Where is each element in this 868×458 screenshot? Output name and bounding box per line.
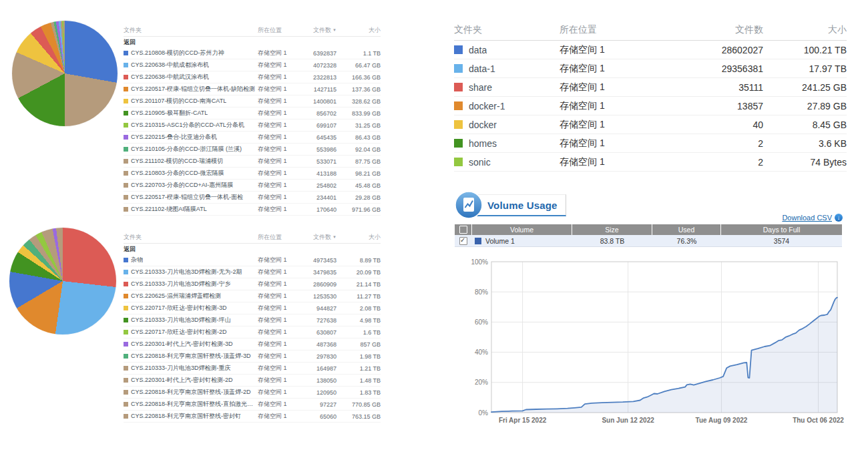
folder-name[interactable]: CYS.220301-时代上汽-密封钉检测-3D [131, 340, 233, 349]
folder-name[interactable]: CYS.220638-中航武汉涂布机 [131, 73, 209, 81]
folder-row[interactable]: CYS.201107-模切的CCD-南海CATL存储空间 11400801328… [124, 95, 381, 107]
select-all-checkbox[interactable] [455, 224, 472, 235]
legend-color-swatch [454, 101, 463, 110]
folder-row[interactable]: CYS.210333-刀片电池3D焊检测-重庆存储空间 11649871.21 … [124, 363, 381, 375]
folder-row[interactable]: CYS.210808-模切的CCD-苏州力神存储空间 163928371.1 T… [124, 47, 381, 59]
back-link[interactable]: 返回 [124, 244, 381, 254]
folder-name[interactable]: homes [469, 138, 497, 149]
folder-row[interactable]: CYS.220717-欣旺达-密封钉检测-2D存储空间 16308071.6 T… [124, 326, 381, 338]
folder-size: 166.36 GB [337, 74, 381, 81]
folder-name[interactable]: CYS.220625-温州瑞浦焊盖帽检测 [131, 292, 221, 300]
column-header-size[interactable]: 大小 [337, 233, 381, 242]
folder-name[interactable]: CYS.220818-利元亨南京国轩整线-密封钉 [131, 412, 241, 421]
folder-name-cell: data [454, 45, 560, 55]
folder-name[interactable]: CYS.220818-利元亨南京国轩整线-顶盖焊-3D [131, 352, 251, 361]
folder-name[interactable]: CYS.220301-时代上汽-密封钉检测-2D [131, 376, 233, 385]
download-csv-link[interactable]: Download CSV ↓ [782, 214, 843, 222]
folder-table-header: 文件夹 所在位置 文件数▼ 大小 [124, 24, 381, 37]
folder-name[interactable]: CYS.210333-刀片电池3D焊检测-坪山 [131, 316, 231, 324]
folder-row[interactable]: CYS.210803-分条的CCD-微宏隔膜存储空间 141318898.21 … [124, 168, 381, 180]
folder-name[interactable]: 杂物 [131, 256, 143, 264]
folder-row[interactable]: CYS.220638-中航成都涂布机存储空间 1407232866.47 GB [124, 59, 381, 71]
folder-row[interactable]: CYS.220517-楔康-辊组立切叠一体机-面检存储空间 123440129.… [124, 192, 381, 204]
folder-row[interactable]: CYS.220703-分条的CCD+AI-惠州隔膜存储空间 125480245.… [124, 180, 381, 192]
folder-row[interactable]: CYS.220717-欣旺达-密封钉检测-3D存储空间 19448272.08 … [124, 302, 381, 314]
folder-row[interactable]: homes存储空间 123.6 KB [454, 134, 847, 153]
folder-row[interactable]: CYS.220517-楔康-辊组立切叠一体机-缺陷检测存储空间 11427115… [124, 83, 381, 95]
folder-name[interactable]: CYS.210333-刀片电池3D焊检测-重庆 [131, 364, 231, 373]
folder-row[interactable]: CYS.210105-分条的CCD-浙江隔膜 (兰溪)存储空间 15539869… [124, 144, 381, 156]
column-header-count[interactable]: 文件数▼ [299, 233, 337, 242]
column-header-size[interactable]: 大小 [337, 26, 381, 35]
folder-name[interactable]: CYS.221102-绕图AI隔膜ATL [131, 205, 207, 214]
folder-row[interactable]: sonic存储空间 1274 Bytes [454, 153, 847, 172]
folder-row[interactable]: docker存储空间 1408.45 GB [454, 116, 847, 134]
folder-row[interactable]: CYS.220818-利元亨南京国轩整线-顶盖焊-2D存储空间 11209501… [124, 387, 381, 399]
folder-name[interactable]: CYS.201107-模切的CCD-南海CATL [131, 97, 226, 105]
folder-name[interactable]: CYS.220818-利元亨南京国轩整线-顶盖焊-2D [131, 388, 251, 397]
folder-row[interactable]: CYS.210333-刀片电池3D焊检测-无为-2期存储空间 134798352… [124, 266, 381, 278]
column-header-count[interactable]: 文件数 [673, 24, 763, 36]
folder-name[interactable]: CYS.220638-中航成都涂布机 [131, 61, 209, 69]
folder-row[interactable]: CYS.210315-ASC1分条的CCD-ATL分条机存储空间 1699107… [124, 120, 381, 132]
folder-row[interactable]: CYS.220818-利元亨南京国轩整线-直拍激光焊后-...存储空间 1972… [124, 399, 381, 411]
folder-row[interactable]: 杂物存储空间 149734538.89 TB [124, 254, 381, 266]
column-header-folder[interactable]: 文件夹 [124, 233, 258, 242]
folder-name-cell: CYS.220818-利元亨南京国轩整线-密封钉 [124, 412, 258, 421]
folder-name[interactable]: sonic [469, 157, 491, 168]
folder-row[interactable]: CYS.220301-时代上汽-密封钉检测-2D存储空间 11380501.48… [124, 375, 381, 387]
folder-row[interactable]: CYS.220818-利元亨南京国轩整线-顶盖焊-3D存储空间 12978301… [124, 351, 381, 363]
folder-size: 2.08 TB [337, 305, 381, 312]
legend-color-swatch [454, 64, 463, 73]
folder-name[interactable]: CYS.220818-利元亨南京国轩整线-直拍激光焊后-... [131, 400, 258, 409]
folder-name[interactable]: CYS.210315-ASC1分条的CCD-ATL分条机 [131, 121, 244, 130]
folder-row[interactable]: CYS.220818-利元亨南京国轩整线-密封钉存储空间 165060763.1… [124, 411, 381, 423]
folder-name-cell: data-1 [454, 63, 560, 74]
folder-file-count: 29356381 [673, 63, 763, 74]
folder-name[interactable]: CYS.220215-叠合-比亚迪分条机 [131, 133, 217, 142]
column-header-location[interactable]: 所在位置 [560, 24, 673, 36]
back-link[interactable]: 返回 [124, 37, 381, 47]
volume-checkbox[interactable] [459, 237, 467, 245]
folder-name[interactable]: CYS.220717-欣旺达-密封钉检测-3D [131, 304, 227, 312]
folder-name[interactable]: CYS.220517-楔康-辊组立切叠一体机-面检 [131, 193, 243, 202]
folder-name[interactable]: CYS.220517-楔康-辊组立切叠一体机-缺陷检测 [131, 85, 255, 93]
folder-name[interactable]: docker [469, 120, 497, 130]
column-header-folder[interactable]: 文件夹 [454, 24, 560, 36]
column-header-size[interactable]: 大小 [763, 24, 847, 36]
folder-row[interactable]: CYS.221102-绕图AI隔膜ATL存储空间 1170640971.96 G… [124, 204, 381, 216]
folder-name[interactable]: CYS.220703-分条的CCD+AI-惠州隔膜 [131, 181, 233, 190]
folder-row[interactable]: CYS.220301-时代上汽-密封钉检测-3D存储空间 1487368857 … [124, 338, 381, 351]
folder-row[interactable]: CYS.210905-极耳翻折-CATL存储空间 1856702833.99 G… [124, 107, 381, 120]
folder-row[interactable]: CYS.210333-刀片电池3D焊检测-宁乡存储空间 1286090921.1… [124, 278, 381, 290]
folder-row[interactable]: data存储空间 128602027100.21 TB [454, 41, 847, 59]
folder-name[interactable]: CYS.220717-欣旺达-密封钉检测-2D [131, 328, 227, 336]
folder-name[interactable]: data-1 [469, 63, 495, 74]
folder-name[interactable]: CYS.210803-分条的CCD-微宏隔膜 [131, 169, 224, 178]
column-header-location[interactable]: 所在位置 [258, 26, 299, 35]
folder-name-cell: CYS.220517-楔康-辊组立切叠一体机-面检 [124, 193, 258, 202]
folder-row[interactable]: CYS.210333-刀片电池3D焊检测-坪山存储空间 17276384.98 … [124, 314, 381, 326]
folder-row[interactable]: CYS.220638-中航武汉涂布机存储空间 12322813166.36 GB [124, 71, 381, 83]
folder-name[interactable]: data [469, 45, 487, 55]
folder-row[interactable]: share存储空间 135111241.25 GB [454, 78, 847, 97]
folder-name[interactable]: CYS.210905-极耳翻折-CATL [131, 109, 208, 118]
folder-row[interactable]: CYS.211102-模切的CCD-瑞浦模切存储空间 153307187.75 … [124, 156, 381, 168]
folder-name[interactable]: CYS.211102-模切的CCD-瑞浦模切 [131, 157, 223, 166]
column-header-count[interactable]: 文件数▼ [299, 26, 337, 35]
folder-row[interactable]: CYS.220215-叠合-比亚迪分条机存储空间 164543586.43 GB [124, 132, 381, 144]
folder-name[interactable]: CYS.210105-分条的CCD-浙江隔膜 (兰溪) [131, 145, 242, 154]
folder-name[interactable]: CYS.210333-刀片电池3D焊检测-无为-2期 [131, 268, 242, 276]
column-header-location[interactable]: 所在位置 [258, 233, 299, 242]
folder-file-count: 856702 [299, 110, 337, 117]
folder-name[interactable]: CYS.210808-模切的CCD-苏州力神 [131, 49, 224, 57]
folder-name[interactable]: share [469, 82, 492, 93]
folder-location: 存储空间 1 [258, 304, 299, 312]
folder-row[interactable]: CYS.220625-温州瑞浦焊盖帽检测存储空间 1125353011.27 T… [124, 290, 381, 302]
folder-table-header: 文件夹 所在位置 文件数 大小 [454, 20, 847, 41]
folder-row[interactable]: docker-1存储空间 11385727.89 GB [454, 97, 847, 116]
folder-row[interactable]: data-1存储空间 12935638117.97 TB [454, 59, 847, 78]
column-header-folder[interactable]: 文件夹 [124, 26, 258, 35]
folder-name[interactable]: CYS.210333-刀片电池3D焊检测-宁乡 [131, 280, 231, 288]
folder-name[interactable]: docker-1 [469, 101, 505, 111]
